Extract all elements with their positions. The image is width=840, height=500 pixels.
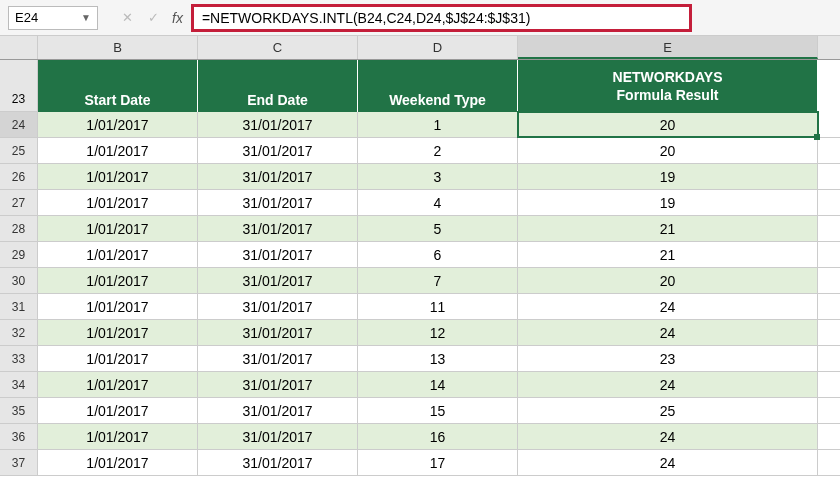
row-header[interactable]: 34 <box>0 372 38 397</box>
row-header[interactable]: 33 <box>0 346 38 371</box>
header-start-date[interactable]: Start Date <box>38 60 198 112</box>
cell-result[interactable]: 24 <box>518 450 818 475</box>
table-row: 271/01/201731/01/2017419 <box>0 190 840 216</box>
cell-end-date[interactable]: 31/01/2017 <box>198 450 358 475</box>
header-formula-result[interactable]: NETWORKDAYS Formula Result <box>518 60 818 112</box>
cell-end-date[interactable]: 31/01/2017 <box>198 268 358 293</box>
formula-bar-toolbar: E24 ▼ ✕ ✓ fx =NETWORKDAYS.INTL(B24,C24,D… <box>0 0 840 36</box>
row-header[interactable]: 30 <box>0 268 38 293</box>
cell-end-date[interactable]: 31/01/2017 <box>198 346 358 371</box>
col-header-c[interactable]: C <box>198 36 358 59</box>
row-header[interactable]: 31 <box>0 294 38 319</box>
cell-result[interactable]: 24 <box>518 294 818 319</box>
cell-weekend-type[interactable]: 4 <box>358 190 518 215</box>
row-header[interactable]: 32 <box>0 320 38 345</box>
cell-start-date[interactable]: 1/01/2017 <box>38 164 198 189</box>
chevron-down-icon[interactable]: ▼ <box>81 12 91 23</box>
cell-end-date[interactable]: 31/01/2017 <box>198 424 358 449</box>
cell-end-date[interactable]: 31/01/2017 <box>198 216 358 241</box>
table-row: 351/01/201731/01/20171525 <box>0 398 840 424</box>
cell-end-date[interactable]: 31/01/2017 <box>198 112 358 137</box>
header-end-date[interactable]: End Date <box>198 60 358 112</box>
cell-weekend-type[interactable]: 7 <box>358 268 518 293</box>
cell-result[interactable]: 21 <box>518 216 818 241</box>
cell-result[interactable]: 20 <box>518 112 818 137</box>
cell-weekend-type[interactable]: 16 <box>358 424 518 449</box>
row-header[interactable]: 24 <box>0 112 38 137</box>
cell-weekend-type[interactable]: 5 <box>358 216 518 241</box>
cell-start-date[interactable]: 1/01/2017 <box>38 320 198 345</box>
table-row: 291/01/201731/01/2017621 <box>0 242 840 268</box>
cell-start-date[interactable]: 1/01/2017 <box>38 242 198 267</box>
cell-start-date[interactable]: 1/01/2017 <box>38 424 198 449</box>
cell-end-date[interactable]: 31/01/2017 <box>198 190 358 215</box>
cell-weekend-type[interactable]: 14 <box>358 372 518 397</box>
row-header[interactable]: 37 <box>0 450 38 475</box>
fx-icon[interactable]: fx <box>168 10 187 26</box>
row-header[interactable]: 28 <box>0 216 38 241</box>
header-weekend-type[interactable]: Weekend Type <box>358 60 518 112</box>
cell-end-date[interactable]: 31/01/2017 <box>198 398 358 423</box>
cell-start-date[interactable]: 1/01/2017 <box>38 190 198 215</box>
cell-start-date[interactable]: 1/01/2017 <box>38 216 198 241</box>
cell-result[interactable]: 23 <box>518 346 818 371</box>
cancel-icon[interactable]: ✕ <box>116 7 138 29</box>
cell-start-date[interactable]: 1/01/2017 <box>38 112 198 137</box>
cell-end-date[interactable]: 31/01/2017 <box>198 294 358 319</box>
select-all-corner[interactable] <box>0 36 38 59</box>
cell-result[interactable]: 24 <box>518 320 818 345</box>
header-e-line2: Formula Result <box>617 87 719 103</box>
cell-result[interactable]: 25 <box>518 398 818 423</box>
row-header[interactable]: 25 <box>0 138 38 163</box>
cell-result[interactable]: 21 <box>518 242 818 267</box>
cell-weekend-type[interactable]: 1 <box>358 112 518 137</box>
col-header-b[interactable]: B <box>38 36 198 59</box>
cell-start-date[interactable]: 1/01/2017 <box>38 294 198 319</box>
cell-result[interactable]: 24 <box>518 372 818 397</box>
cell-end-date[interactable]: 31/01/2017 <box>198 138 358 163</box>
cell-weekend-type[interactable]: 15 <box>358 398 518 423</box>
cell-start-date[interactable]: 1/01/2017 <box>38 138 198 163</box>
cell-start-date[interactable]: 1/01/2017 <box>38 372 198 397</box>
row-header-23[interactable]: 23 <box>0 60 38 112</box>
spreadsheet-grid: B C D E 23 Start Date End Date Weekend T… <box>0 36 840 476</box>
name-box[interactable]: E24 ▼ <box>8 6 98 30</box>
table-row: 311/01/201731/01/20171124 <box>0 294 840 320</box>
cell-start-date[interactable]: 1/01/2017 <box>38 450 198 475</box>
cell-start-date[interactable]: 1/01/2017 <box>38 268 198 293</box>
cell-end-date[interactable]: 31/01/2017 <box>198 164 358 189</box>
cell-start-date[interactable]: 1/01/2017 <box>38 398 198 423</box>
table-row: 301/01/201731/01/2017720 <box>0 268 840 294</box>
row-header[interactable]: 36 <box>0 424 38 449</box>
cell-end-date[interactable]: 31/01/2017 <box>198 320 358 345</box>
formula-input[interactable]: =NETWORKDAYS.INTL(B24,C24,D24,$J$24:$J$3… <box>191 4 692 32</box>
cell-result[interactable]: 20 <box>518 268 818 293</box>
cell-end-date[interactable]: 31/01/2017 <box>198 372 358 397</box>
cell-weekend-type[interactable]: 12 <box>358 320 518 345</box>
table-row: 261/01/201731/01/2017319 <box>0 164 840 190</box>
row-header[interactable]: 35 <box>0 398 38 423</box>
name-box-value: E24 <box>15 10 38 25</box>
table-row: 281/01/201731/01/2017521 <box>0 216 840 242</box>
table-row: 241/01/201731/01/2017120 <box>0 112 840 138</box>
cell-end-date[interactable]: 31/01/2017 <box>198 242 358 267</box>
cell-result[interactable]: 24 <box>518 424 818 449</box>
table-header-row: 23 Start Date End Date Weekend Type NETW… <box>0 60 840 112</box>
cell-weekend-type[interactable]: 11 <box>358 294 518 319</box>
cell-weekend-type[interactable]: 6 <box>358 242 518 267</box>
cell-result[interactable]: 20 <box>518 138 818 163</box>
col-header-e[interactable]: E <box>518 36 818 59</box>
col-header-d[interactable]: D <box>358 36 518 59</box>
row-header[interactable]: 26 <box>0 164 38 189</box>
cell-weekend-type[interactable]: 13 <box>358 346 518 371</box>
confirm-icon[interactable]: ✓ <box>142 7 164 29</box>
cell-result[interactable]: 19 <box>518 190 818 215</box>
cell-weekend-type[interactable]: 2 <box>358 138 518 163</box>
cell-weekend-type[interactable]: 17 <box>358 450 518 475</box>
cell-result[interactable]: 19 <box>518 164 818 189</box>
formula-text: =NETWORKDAYS.INTL(B24,C24,D24,$J$24:$J$3… <box>202 10 531 26</box>
cell-start-date[interactable]: 1/01/2017 <box>38 346 198 371</box>
cell-weekend-type[interactable]: 3 <box>358 164 518 189</box>
row-header[interactable]: 29 <box>0 242 38 267</box>
row-header[interactable]: 27 <box>0 190 38 215</box>
